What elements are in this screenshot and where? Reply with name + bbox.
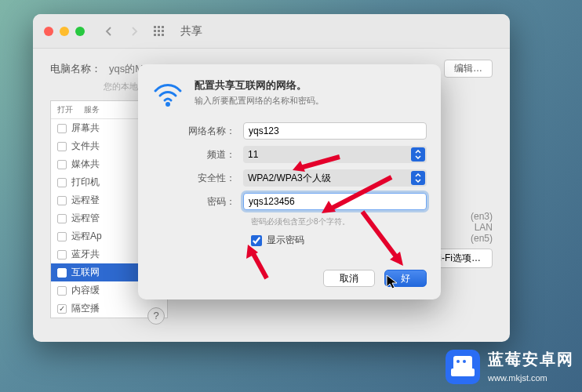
svg-rect-3 [154,30,156,32]
svg-point-9 [166,102,170,107]
show-password-checkbox[interactable]: 显示密码 [251,234,427,247]
svg-rect-6 [154,34,156,36]
window-title: 共享 [180,24,202,38]
svg-rect-0 [154,26,156,28]
close-icon[interactable] [44,27,53,36]
forward-button[interactable] [124,23,144,40]
watermark-logo-icon [446,350,480,384]
edit-button[interactable]: 编辑… [444,60,493,78]
password-note: 密码必须包含至少8个字符。 [251,216,427,227]
sheet-title: 配置共享互联网的网络。 [195,78,324,93]
svg-rect-1 [158,26,160,28]
cancel-button[interactable]: 取消 [323,270,375,287]
security-select[interactable]: WPA2/WPA3个人级 [243,169,427,187]
help-button[interactable]: ? [147,307,165,325]
configure-network-sheet: 配置共享互联网的网络。 输入所要配置网络的名称和密码。 网络名称： 频道： 11… [138,64,441,299]
password-input[interactable] [243,193,427,210]
svg-rect-7 [158,34,160,36]
zoom-icon[interactable] [75,27,85,36]
titlebar: 共享 [33,14,510,49]
cursor-icon [386,274,398,290]
wifi-icon [152,78,184,110]
watermark: 蓝莓安卓网www.mkjst.com [446,349,574,384]
channel-select[interactable]: 11 [243,146,427,163]
svg-rect-5 [162,30,164,32]
svg-rect-2 [162,26,164,28]
svg-rect-8 [162,34,164,36]
show-password-input[interactable] [251,235,262,246]
back-button[interactable] [99,23,119,40]
grid-icon[interactable] [149,23,169,40]
computer-name-label: 电脑名称： [50,62,101,76]
network-name-input[interactable] [243,122,427,140]
minimize-icon[interactable] [60,27,69,36]
svg-rect-4 [158,30,160,32]
sheet-subtitle: 输入所要配置网络的名称和密码。 [195,95,324,107]
